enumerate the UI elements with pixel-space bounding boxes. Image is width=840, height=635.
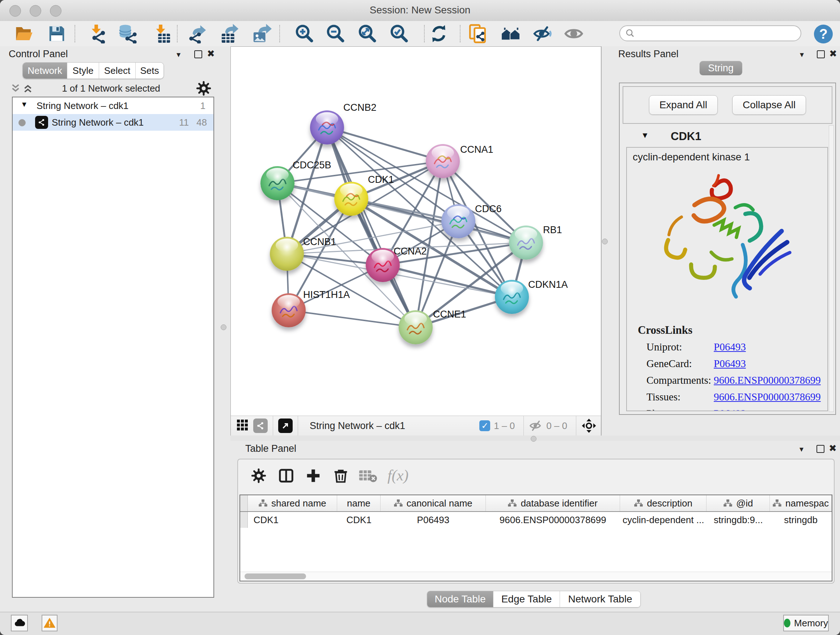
table-cell-6[interactable]: stringdb [770, 512, 832, 528]
open-session-icon[interactable] [14, 24, 34, 43]
eye-icon[interactable] [564, 24, 584, 43]
zoom-in-icon[interactable] [294, 24, 314, 43]
column-header-description[interactable]: description [620, 495, 707, 511]
gene-section-header[interactable]: ▼ CDK1 [620, 127, 835, 147]
table-cell-2[interactable]: P06493 [381, 512, 486, 528]
network-node-CCNA2[interactable]: CCNA2 [366, 248, 400, 282]
tab-edge-table[interactable]: Edge Table [493, 591, 560, 607]
panel-menu-icon[interactable]: ▾ [799, 445, 804, 454]
results-scrollbar[interactable] [829, 125, 834, 412]
table-cell-4[interactable]: cyclin-dependent ... [620, 512, 707, 528]
import-network-database-icon[interactable] [118, 24, 137, 43]
close-panel-icon[interactable]: ✖ [829, 48, 837, 59]
column-header-database-identifier[interactable]: database identifier [486, 495, 620, 511]
column-header-namespac[interactable]: namespac [770, 495, 832, 511]
column-header-name[interactable]: name [337, 495, 381, 511]
import-table-icon[interactable] [151, 24, 171, 43]
tab-select[interactable]: Select [99, 63, 136, 79]
control-panel-tabs: Network Style Select Sets [22, 62, 164, 79]
refresh-icon[interactable] [429, 24, 448, 43]
zoom-selected-icon[interactable] [389, 24, 409, 43]
collection-expand-icon[interactable]: ▼ [21, 100, 28, 109]
vertical-splitter-handle[interactable] [221, 325, 226, 330]
delete-column-icon[interactable] [332, 467, 349, 484]
network-node-CCNE1[interactable]: CCNE1 [399, 310, 433, 344]
column-header-canonical-name[interactable]: canonical name [381, 495, 486, 511]
gene-expand-icon[interactable]: ▼ [641, 131, 649, 140]
scrollbar-thumb[interactable] [245, 573, 306, 579]
network-node-CCNA1[interactable]: CCNA1 [426, 144, 460, 178]
table-options-gear-icon[interactable] [250, 467, 267, 484]
close-panel-icon[interactable]: ✖ [207, 48, 215, 59]
warning-button[interactable] [42, 615, 57, 631]
help-icon[interactable]: ? [814, 25, 833, 43]
crosslink-link[interactable]: P06493 [714, 358, 746, 370]
network-node-CDKN1A[interactable]: CDKN1A [495, 280, 529, 314]
function-builder-icon[interactable]: f(x) [387, 467, 409, 484]
show-columns-icon[interactable] [278, 467, 294, 484]
zoom-out-icon[interactable] [325, 24, 345, 43]
float-panel-icon[interactable] [194, 50, 202, 58]
network-options-gear-icon[interactable] [195, 80, 212, 97]
houses-icon[interactable] [501, 24, 521, 43]
table-cell-1[interactable]: CDK1 [337, 512, 381, 528]
hidden-eye-slash-icon[interactable] [529, 419, 543, 432]
network-row-selected[interactable]: String Network – cdk1 11 48 [13, 114, 213, 131]
search-field[interactable] [619, 25, 801, 41]
network-canvas[interactable]: CCNB2CCNA1CDC25BCDK1CDC6RB1CCNB1CCNA2CDK… [231, 47, 601, 416]
string-results-box: Expand All Collapse All ▼ CDK1 cyclin-de… [619, 82, 836, 415]
horizontal-splitter-handle[interactable] [531, 436, 537, 442]
export-table-icon[interactable] [220, 24, 240, 43]
open-in-new-window-icon[interactable] [278, 418, 293, 433]
table-cell-3[interactable]: 9606.ENSP00000378699 [486, 512, 620, 528]
table-cell-5[interactable]: stringdb:9... [706, 512, 770, 528]
tab-style[interactable]: Style [67, 63, 99, 79]
network-node-RB1[interactable]: RB1 [509, 226, 543, 260]
tab-sets[interactable]: Sets [136, 63, 164, 79]
eye-slash-icon[interactable] [532, 24, 552, 43]
network-collection-row[interactable]: ▼ String Network – cdk1 1 [13, 97, 213, 114]
network-node-HIST1H1A[interactable]: HIST1H1A [272, 293, 306, 327]
import-network-icon[interactable] [87, 24, 106, 43]
expand-all-button[interactable]: Expand All [649, 95, 718, 115]
crosslink-link[interactable]: P06493 [714, 341, 746, 353]
crosslink-link[interactable]: 9606.ENSP00000378699 [714, 391, 821, 403]
panel-menu-icon[interactable]: ▾ [800, 50, 804, 59]
selected-checkbox-icon[interactable]: ✓ [479, 420, 490, 431]
tab-string[interactable]: String [699, 61, 742, 75]
delete-table-icon[interactable] [358, 467, 377, 484]
search-input[interactable] [635, 27, 789, 40]
network-node-CDC6[interactable]: CDC6 [441, 204, 475, 238]
create-column-icon[interactable] [305, 467, 322, 484]
birdseye-navigator-icon[interactable] [581, 418, 597, 433]
zoom-fit-icon[interactable] [357, 24, 377, 43]
collapse-all-button[interactable]: Collapse All [732, 95, 806, 115]
network-node-CCNB1[interactable]: CCNB1 [270, 237, 304, 271]
network-node-CDK1[interactable]: CDK1 [334, 182, 368, 216]
tab-network[interactable]: Network [23, 63, 67, 79]
export-image-icon[interactable] [252, 24, 272, 43]
crosslink-link[interactable]: P06493 [714, 408, 746, 411]
table-cell-0[interactable]: CDK1 [248, 512, 338, 528]
tab-node-table[interactable]: Node Table [427, 591, 493, 607]
vertical-splitter-handle[interactable] [602, 239, 608, 244]
string-view-icon[interactable] [253, 418, 268, 433]
duplicate-network-icon[interactable] [469, 24, 488, 43]
cloud-button[interactable] [11, 615, 28, 631]
float-panel-icon[interactable] [816, 445, 824, 453]
network-node-CDC25B[interactable]: CDC25B [261, 166, 294, 200]
network-node-CCNB2[interactable]: CCNB2 [310, 111, 344, 144]
table-data-row[interactable]: CDK1CDK1P064939606.ENSP00000378699cyclin… [240, 512, 832, 528]
crosslink-link[interactable]: 9606.ENSP00000378699 [714, 374, 821, 386]
memory-button[interactable]: Memory [783, 615, 829, 631]
column-header--id[interactable]: @id [706, 495, 770, 511]
table-horizontal-scrollbar[interactable] [240, 572, 832, 581]
column-header-shared-name[interactable]: shared name [248, 495, 337, 511]
close-panel-icon[interactable]: ✖ [829, 443, 837, 454]
grid-view-icon[interactable] [236, 418, 249, 433]
tab-network-table[interactable]: Network Table [560, 591, 640, 607]
save-session-icon[interactable] [47, 24, 66, 43]
export-network-icon[interactable] [188, 24, 207, 43]
float-panel-icon[interactable] [817, 50, 825, 58]
panel-menu-icon[interactable]: ▾ [177, 50, 180, 59]
